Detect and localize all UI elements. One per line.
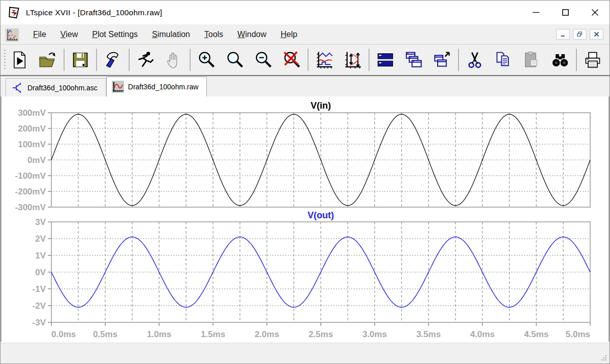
y-tick-label: 1V: [35, 251, 46, 260]
menu-window[interactable]: Window: [230, 27, 273, 42]
mdi-minimize-button[interactable]: [556, 29, 570, 40]
y-tick-label: -3V: [33, 318, 46, 327]
zoom-out-icon: [254, 51, 272, 69]
copy-button[interactable]: [494, 50, 513, 70]
toolbar: [1, 45, 609, 75]
tab-bar: Draft36d_100ohm.ascDraft36d_100ohm.raw: [1, 75, 609, 96]
menu-file[interactable]: File: [26, 27, 53, 42]
find-icon: [551, 51, 569, 69]
fit-y-axis-button[interactable]: [343, 50, 362, 70]
y-tick-label: -1V: [33, 284, 46, 294]
maximize-button[interactable]: [551, 1, 580, 24]
toolbar-separator: [576, 49, 577, 71]
menu-bar: FileViewPlot SettingsSimulationToolsWind…: [1, 24, 609, 45]
cascade-windows-button[interactable]: [404, 50, 423, 70]
zoom-area-button[interactable]: [225, 50, 245, 70]
tile-horizontal-icon: [376, 51, 394, 69]
menu-view[interactable]: View: [53, 27, 85, 42]
paste-icon: [523, 51, 541, 69]
save-button[interactable]: [71, 50, 90, 70]
tile-horizontal-button[interactable]: [376, 50, 395, 70]
y-tick-label: 3V: [35, 217, 46, 227]
menu-help[interactable]: Help: [273, 27, 304, 42]
menu-items: FileViewPlot SettingsSimulationToolsWind…: [26, 30, 304, 39]
x-tick-label: 0.5ms: [93, 329, 117, 339]
resize-grip[interactable]: [600, 354, 607, 361]
window-title: LTspice XVII - [Draft36d_100ohm.raw]: [26, 8, 162, 17]
new-schematic-button[interactable]: [10, 50, 29, 70]
x-tick-label: 5.0ms: [566, 329, 590, 339]
toolbar-separator: [458, 49, 459, 71]
x-tick-label: 1.5ms: [201, 329, 225, 339]
tab-label: Draft36d_100ohm.asc: [27, 84, 98, 92]
toolbar-separator: [369, 49, 370, 71]
print-icon: [584, 51, 602, 69]
waveform-icon: [112, 81, 124, 93]
zoom-full-extents-icon: [283, 51, 301, 69]
close-button[interactable]: [580, 1, 609, 24]
ltspice-logo-icon: [7, 6, 21, 20]
paste-button: [522, 50, 541, 70]
window-controls: [521, 1, 609, 24]
zoom-full-extents-button[interactable]: [282, 50, 301, 70]
cascade-windows-icon: [405, 51, 423, 69]
open-file-button[interactable]: [38, 50, 57, 70]
tab-draft36d_100ohm.raw[interactable]: Draft36d_100ohm.raw: [106, 77, 207, 96]
open-file-icon: [39, 51, 57, 69]
toolbar-grip[interactable]: [4, 49, 7, 71]
autorange-y-axis-button[interactable]: [315, 50, 334, 70]
toolbar-separator: [64, 49, 65, 71]
run-icon: [136, 51, 155, 69]
control-panel-hammer-button[interactable]: [103, 50, 123, 70]
run-button[interactable]: [136, 50, 155, 70]
save-icon: [71, 51, 89, 69]
schematic-icon: [11, 82, 23, 94]
title-bar: LTspice XVII - [Draft36d_100ohm.raw]: [1, 1, 609, 24]
print-button[interactable]: [583, 50, 602, 70]
new-schematic-icon: [10, 51, 28, 69]
toolbar-separator: [190, 49, 191, 71]
waveform-plot-svg[interactable]: V(in)300mV200mV100mV0mV-100mV-200mV-300m…: [2, 96, 609, 342]
float-window-icon: [433, 51, 451, 69]
control-panel-hammer-icon: [104, 51, 122, 69]
y-tick-label: 2V: [35, 234, 46, 244]
status-text: [1, 344, 11, 350]
zoom-out-button[interactable]: [254, 50, 273, 70]
ltspice-window: LTspice XVII - [Draft36d_100ohm.raw] Fil…: [0, 0, 610, 364]
y-tick-label: 0V: [35, 268, 46, 277]
x-tick-label: 3.5ms: [416, 329, 441, 339]
autorange-y-axis-icon: [315, 51, 333, 69]
cut-icon: [466, 51, 484, 69]
zoom-in-button[interactable]: [197, 50, 216, 70]
x-tick-label: 2.5ms: [309, 329, 333, 339]
x-tick-label: 4.0ms: [470, 329, 495, 339]
y-tick-label: 100mV: [18, 140, 46, 149]
plot-title: V(out): [308, 210, 334, 220]
y-tick-label: 0mV: [27, 155, 46, 165]
mdi-restore-button[interactable]: [573, 29, 587, 40]
y-tick-label: 300mV: [18, 108, 46, 118]
copy-icon: [494, 51, 512, 69]
mdi-window-controls: [556, 29, 605, 40]
menu-plot-settings[interactable]: Plot Settings: [85, 27, 145, 42]
cut-button[interactable]: [465, 50, 484, 70]
toolbar-separator: [96, 49, 97, 71]
mdi-close-button[interactable]: [590, 29, 603, 40]
y-tick-label: -200mV: [15, 187, 46, 196]
tab-draft36d_100ohm.asc[interactable]: Draft36d_100ohm.asc: [6, 78, 106, 96]
x-tick-label: 0.0ms: [51, 329, 76, 339]
plot-window-icon: [6, 28, 19, 40]
menu-tools[interactable]: Tools: [197, 27, 230, 42]
zoom-area-icon: [226, 51, 244, 69]
find-button[interactable]: [551, 50, 570, 70]
float-window-button[interactable]: [433, 50, 452, 70]
status-bar: [1, 342, 609, 363]
minimize-button[interactable]: [521, 1, 551, 24]
y-tick-label: -2V: [33, 301, 46, 311]
halt-button: [164, 50, 184, 70]
toolbar-separator: [308, 49, 309, 71]
x-tick-label: 1.0ms: [147, 329, 171, 339]
menu-simulation[interactable]: Simulation: [145, 27, 197, 42]
y-tick-label: -300mV: [15, 203, 46, 212]
x-tick-label: 4.5ms: [524, 329, 548, 339]
